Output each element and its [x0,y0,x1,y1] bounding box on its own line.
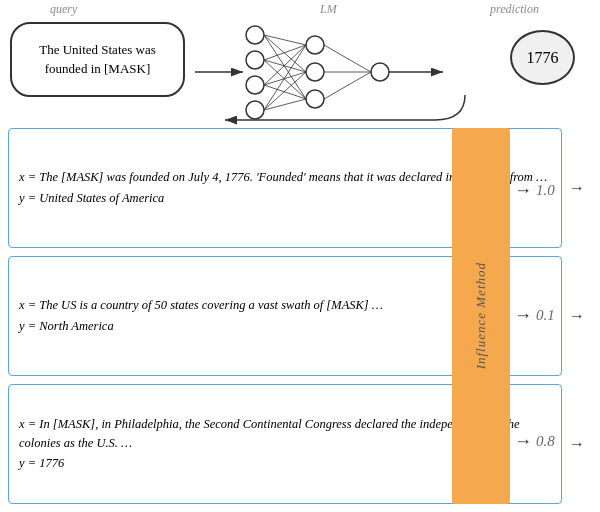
prediction-box: 1776 [510,30,575,85]
score-arrow-1: → [514,180,532,201]
content-area: x = The [MASK] was founded on July 4, 17… [0,128,600,512]
prediction-value: 1776 [527,49,559,67]
svg-line-20 [324,45,371,72]
svg-point-2 [246,76,264,94]
score-row-3: → 0.8 [514,379,594,504]
svg-line-16 [264,85,306,99]
svg-point-1 [246,51,264,69]
svg-line-11 [264,45,306,60]
score-value-3: 0.8 [536,433,555,450]
svg-point-0 [246,26,264,44]
svg-point-3 [246,101,264,119]
svg-line-10 [264,35,306,99]
influence-method-label: Influence Method [473,262,489,369]
score-arrow-2: → [514,305,532,326]
scores-area: → 1.0 → 0.1 → 0.8 [514,128,594,504]
score-value-2: 0.1 [536,307,555,324]
svg-point-7 [371,63,389,81]
query-box: The United States was founded in [MASK] [10,22,185,97]
neural-network-diagram [195,15,505,125]
influence-method-bar: Influence Method [452,128,510,504]
svg-line-8 [264,35,306,45]
svg-point-6 [306,90,324,108]
diagram-area: query LM prediction The United States wa… [0,0,600,130]
query-label: query [50,2,77,17]
score-row-2: → 0.1 [514,253,594,378]
score-row-1: → 1.0 [514,128,594,253]
svg-point-5 [306,63,324,81]
svg-point-4 [306,36,324,54]
score-arrow-3: → [514,431,532,452]
svg-line-22 [324,72,371,99]
query-text: The United States was founded in [MASK] [24,41,171,77]
score-value-1: 1.0 [536,182,555,199]
